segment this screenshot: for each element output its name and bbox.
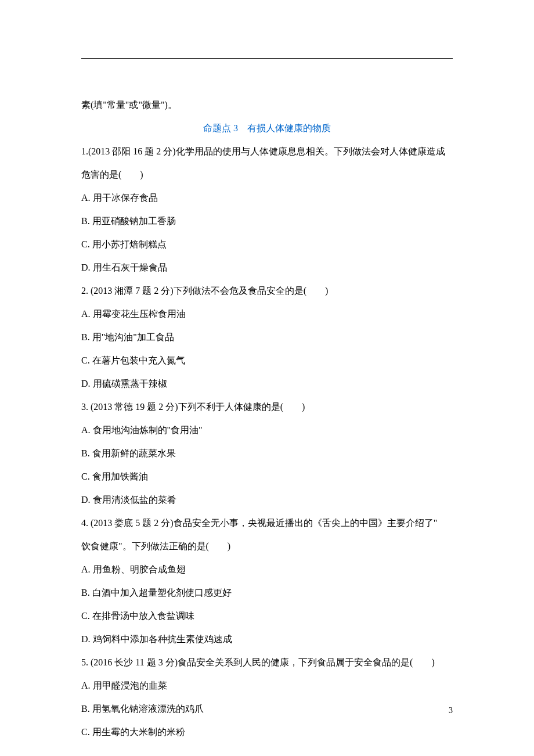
q1-option-b: B. 用亚硝酸钠加工香肠 [81, 210, 453, 233]
q3-option-c: C. 食用加铁酱油 [81, 465, 453, 488]
q2-option-d: D. 用硫磺熏蒸干辣椒 [81, 372, 453, 395]
q5-stem: 5. (2016 长沙 11 题 3 分)食品安全关系到人民的健康，下列食品属于… [81, 651, 453, 674]
q4-option-c: C. 在排骨汤中放入食盐调味 [81, 604, 453, 628]
page-number: 3 [449, 706, 453, 715]
q3-option-b: B. 食用新鲜的蔬菜水果 [81, 442, 453, 465]
q5-option-b: B. 用氢氧化钠溶液漂洗的鸡爪 [81, 697, 453, 721]
q1-option-d: D. 用生石灰干燥食品 [81, 256, 453, 279]
q3-option-d: D. 食用清淡低盐的菜肴 [81, 488, 453, 512]
q4-option-a: A. 用鱼粉、明胶合成鱼翅 [81, 558, 453, 581]
horizontal-rule [81, 58, 453, 59]
q4-stem-line1: 4. (2013 娄底 5 题 2 分)食品安全无小事，央视最近播出的《舌尖上的… [81, 512, 453, 535]
q5-option-c: C. 用生霉的大米制的米粉 [81, 721, 453, 744]
q4-stem-line2: 饮食健康"。下列做法正确的是( ) [81, 535, 453, 558]
q5-option-a: A. 用甲醛浸泡的韭菜 [81, 674, 453, 697]
q3-stem: 3. (2013 常德 19 题 2 分)下列不利于人体健康的是( ) [81, 395, 453, 419]
q3-option-a: A. 食用地沟油炼制的"食用油" [81, 419, 453, 442]
q1-option-a: A. 用干冰保存食品 [81, 186, 453, 210]
q4-option-b: B. 白酒中加入超量塑化剂使口感更好 [81, 581, 453, 604]
q1-stem-line2: 危害的是( ) [81, 163, 453, 186]
page-content: 素(填"常量"或"微量")。 命题点 3 有损人体健康的物质 1.(2013 邵… [0, 0, 534, 756]
intro-continued-line: 素(填"常量"或"微量")。 [81, 93, 453, 117]
q2-stem: 2. (2013 湘潭 7 题 2 分)下列做法不会危及食品安全的是( ) [81, 279, 453, 303]
q2-option-a: A. 用霉变花生压榨食用油 [81, 303, 453, 326]
q1-option-c: C. 用小苏打焙制糕点 [81, 233, 453, 256]
q2-option-c: C. 在薯片包装中充入氮气 [81, 349, 453, 372]
section-title: 命题点 3 有损人体健康的物质 [81, 117, 453, 140]
q4-option-d: D. 鸡饲料中添加各种抗生素使鸡速成 [81, 628, 453, 651]
q2-option-b: B. 用"地沟油"加工食品 [81, 326, 453, 349]
q1-stem-line1: 1.(2013 邵阳 16 题 2 分)化学用品的使用与人体健康息息相关。下列做… [81, 140, 453, 163]
